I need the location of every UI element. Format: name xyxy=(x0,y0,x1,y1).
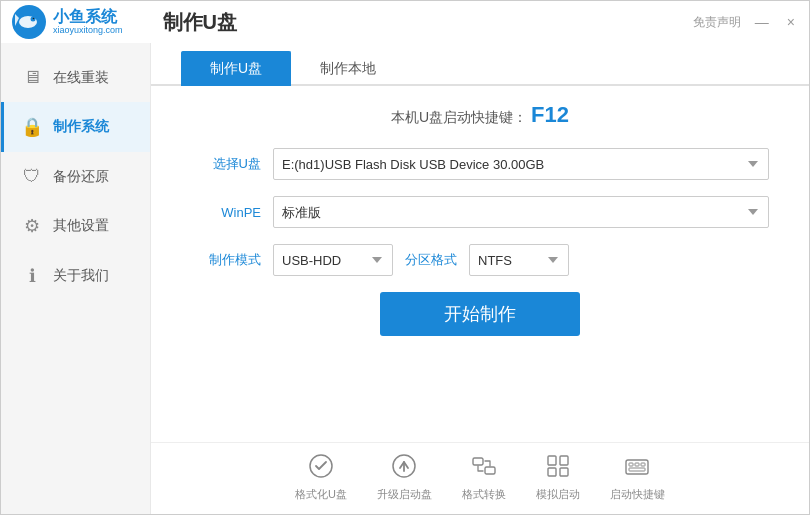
winpe-dropdown[interactable]: 标准版 xyxy=(273,196,769,228)
toolbar-format-usb[interactable]: 格式化U盘 xyxy=(295,453,347,502)
svg-rect-8 xyxy=(473,458,483,465)
toolbar-upgrade-boot[interactable]: 升级启动盘 xyxy=(377,453,432,502)
sidebar-item-other-settings[interactable]: ⚙ 其他设置 xyxy=(1,201,150,251)
content-area: 制作U盘 制作本地 本机U盘启动快捷键： F12 选择U盘 E:(hd1)USB… xyxy=(151,43,809,515)
format-usb-icon xyxy=(308,453,334,483)
sidebar-item-about-us[interactable]: ℹ 关于我们 xyxy=(1,251,150,301)
logo: 小鱼系统 xiaoyuxitong.com xyxy=(11,4,123,40)
mode-dropdown[interactable]: USB-HDD xyxy=(273,244,393,276)
svg-rect-12 xyxy=(548,468,556,476)
simulate-boot-icon xyxy=(545,453,571,483)
main-layout: 🖥 在线重装 🔒 制作系统 🛡 备份还原 ⚙ 其他设置 ℹ 关于我们 制作U盘 xyxy=(1,43,809,515)
close-button[interactable]: × xyxy=(783,15,799,29)
sidebar-item-backup-restore[interactable]: 🛡 备份还原 xyxy=(1,152,150,201)
tab-make-local[interactable]: 制作本地 xyxy=(291,51,405,86)
sidebar-label-about-us: 关于我们 xyxy=(53,267,109,285)
sidebar-label-online-reinstall: 在线重装 xyxy=(53,69,109,87)
tab-make-usb[interactable]: 制作U盘 xyxy=(181,51,291,86)
svg-rect-18 xyxy=(629,468,645,471)
minimize-button[interactable]: — xyxy=(751,15,773,29)
lock-icon: 🔒 xyxy=(21,116,43,138)
page-title: 制作U盘 xyxy=(163,9,237,36)
title-bar-left: 小鱼系统 xiaoyuxitong.com 制作U盘 xyxy=(11,4,237,40)
svg-rect-15 xyxy=(629,463,633,466)
simulate-boot-label: 模拟启动 xyxy=(536,487,580,502)
shield-icon: 🛡 xyxy=(21,166,43,187)
title-bar-right: 免责声明 — × xyxy=(693,14,799,31)
upgrade-boot-label: 升级启动盘 xyxy=(377,487,432,502)
tabs: 制作U盘 制作本地 xyxy=(151,51,809,86)
sidebar-label-other-settings: 其他设置 xyxy=(53,217,109,235)
shortcut-key: F12 xyxy=(531,102,569,127)
gear-icon: ⚙ xyxy=(21,215,43,237)
logo-icon xyxy=(11,4,47,40)
form-content: 本机U盘启动快捷键： F12 选择U盘 E:(hd1)USB Flash Dis… xyxy=(151,86,809,434)
start-button[interactable]: 开始制作 xyxy=(380,292,580,336)
logo-url: xiaoyuxitong.com xyxy=(53,26,123,36)
toolbar-simulate-boot[interactable]: 模拟启动 xyxy=(536,453,580,502)
mode-format-row: 制作模式 USB-HDD 分区格式 NTFS xyxy=(191,244,769,276)
format-dropdown[interactable]: NTFS xyxy=(469,244,569,276)
svg-rect-11 xyxy=(560,456,568,465)
title-bar: 小鱼系统 xiaoyuxitong.com 制作U盘 免责声明 — × xyxy=(1,1,809,43)
sidebar-label-make-system: 制作系统 xyxy=(53,118,109,136)
bottom-toolbar: 格式化U盘 升级启动盘 xyxy=(151,442,809,515)
svg-rect-10 xyxy=(548,456,556,465)
boot-shortcut-icon xyxy=(624,453,650,483)
shortcut-hint-text: 本机U盘启动快捷键： xyxy=(391,109,527,125)
disclaimer-link[interactable]: 免责声明 xyxy=(693,14,741,31)
toolbar-format-convert[interactable]: 格式转换 xyxy=(462,453,506,502)
svg-point-4 xyxy=(33,18,35,20)
info-icon: ℹ xyxy=(21,265,43,287)
toolbar-boot-shortcut[interactable]: 启动快捷键 xyxy=(610,453,665,502)
svg-rect-9 xyxy=(485,467,495,474)
format-usb-label: 格式化U盘 xyxy=(295,487,347,502)
usb-select-label: 选择U盘 xyxy=(191,155,261,173)
usb-select-row: 选择U盘 E:(hd1)USB Flash Disk USB Device 30… xyxy=(191,148,769,180)
svg-rect-16 xyxy=(635,463,639,466)
logo-name: 小鱼系统 xyxy=(53,8,123,26)
svg-rect-17 xyxy=(641,463,645,466)
upgrade-boot-icon xyxy=(391,453,417,483)
usb-select-dropdown[interactable]: E:(hd1)USB Flash Disk USB Device 30.00GB xyxy=(273,148,769,180)
format-label: 分区格式 xyxy=(405,251,457,269)
winpe-row: WinPE 标准版 xyxy=(191,196,769,228)
sidebar-item-online-reinstall[interactable]: 🖥 在线重装 xyxy=(1,53,150,102)
sidebar-label-backup-restore: 备份还原 xyxy=(53,168,109,186)
svg-rect-13 xyxy=(560,468,568,476)
sidebar: 🖥 在线重装 🔒 制作系统 🛡 备份还原 ⚙ 其他设置 ℹ 关于我们 xyxy=(1,43,151,515)
boot-shortcut-label: 启动快捷键 xyxy=(610,487,665,502)
format-convert-icon xyxy=(471,453,497,483)
monitor-icon: 🖥 xyxy=(21,67,43,88)
svg-rect-14 xyxy=(626,460,648,474)
shortcut-hint: 本机U盘启动快捷键： F12 xyxy=(191,102,769,128)
logo-text: 小鱼系统 xiaoyuxitong.com xyxy=(53,8,123,35)
format-convert-label: 格式转换 xyxy=(462,487,506,502)
sidebar-item-make-system[interactable]: 🔒 制作系统 xyxy=(1,102,150,152)
winpe-label: WinPE xyxy=(191,205,261,220)
mode-label: 制作模式 xyxy=(191,251,261,269)
